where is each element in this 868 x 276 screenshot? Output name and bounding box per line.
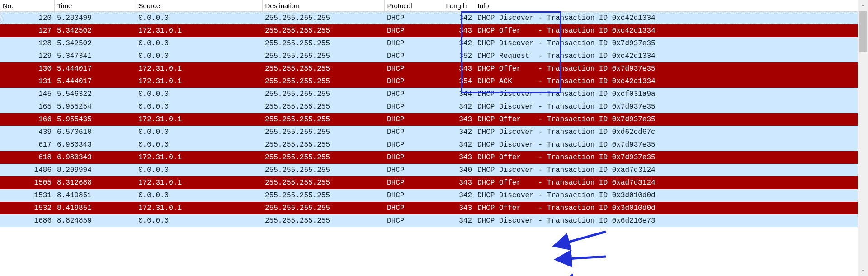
cell-info: DHCP Offer - Transaction ID 0x3d010d0d [475, 202, 858, 214]
col-header-no[interactable]: No. [0, 0, 54, 12]
cell-destination: 255.255.255.255 [262, 75, 384, 88]
cell-length: 342 [443, 126, 475, 138]
cell-time: 5.955254 [54, 100, 136, 113]
annotation-arrow [565, 232, 606, 243]
table-row[interactable]: 1285.3425020.0.0.0255.255.255.255DHCP342… [0, 37, 858, 50]
cell-protocol: DHCP [384, 88, 443, 100]
cell-protocol: DHCP [384, 50, 443, 62]
cell-protocol: DHCP [384, 75, 443, 88]
table-row[interactable]: 6176.9803430.0.0.0255.255.255.255DHCP342… [0, 138, 858, 151]
cell-destination: 255.255.255.255 [262, 189, 384, 202]
cell-no: 1686 [0, 214, 54, 227]
table-header-row[interactable]: No. Time Source Destination Protocol Len… [0, 0, 858, 12]
cell-time: 5.342502 [54, 24, 136, 37]
cell-length: 343 [443, 151, 475, 164]
cell-length: 343 [443, 113, 475, 126]
cell-destination: 255.255.255.255 [262, 214, 384, 227]
cell-info: DHCP Offer - Transaction ID 0xad7d3124 [475, 176, 858, 189]
cell-destination: 255.255.255.255 [262, 176, 384, 189]
cell-length: 342 [443, 189, 475, 202]
col-header-info[interactable]: Info [475, 0, 858, 12]
col-header-length[interactable]: Length [443, 0, 475, 12]
cell-info: DHCP ACK - Transaction ID 0xc42d1334 [475, 75, 858, 88]
cell-info: DHCP Offer - Transaction ID 0x7d937e35 [475, 113, 858, 126]
cell-info: DHCP Discover - Transaction ID 0x7d937e3… [475, 37, 858, 50]
cell-destination: 255.255.255.255 [262, 88, 384, 100]
cell-protocol: DHCP [384, 214, 443, 227]
table-row[interactable]: 15058.312688172.31.0.1255.255.255.255DHC… [0, 176, 858, 189]
cell-no: 617 [0, 138, 54, 151]
cell-protocol: DHCP [384, 138, 443, 151]
packet-list-table[interactable]: No. Time Source Destination Protocol Len… [0, 0, 858, 227]
cell-protocol: DHCP [384, 164, 443, 176]
cell-destination: 255.255.255.255 [262, 50, 384, 62]
cell-destination: 255.255.255.255 [262, 164, 384, 176]
cell-time: 5.955435 [54, 113, 136, 126]
cell-no: 127 [0, 24, 54, 37]
cell-source: 172.31.0.1 [136, 202, 262, 214]
cell-protocol: DHCP [384, 24, 443, 37]
table-row[interactable]: 6186.980343172.31.0.1255.255.255.255DHCP… [0, 151, 858, 164]
cell-source: 0.0.0.0 [136, 138, 262, 151]
cell-source: 0.0.0.0 [136, 126, 262, 138]
scroll-up-arrow-icon[interactable]: ▴ [858, 0, 868, 10]
cell-source: 0.0.0.0 [136, 12, 262, 25]
col-header-destination[interactable]: Destination [262, 0, 384, 12]
cell-length: 343 [443, 62, 475, 75]
cell-info: DHCP Offer - Transaction ID 0x7d937e35 [475, 62, 858, 75]
cell-source: 0.0.0.0 [136, 189, 262, 202]
table-row[interactable]: 1295.3473410.0.0.0255.255.255.255DHCP352… [0, 50, 858, 62]
table-row[interactable]: 1655.9552540.0.0.0255.255.255.255DHCP342… [0, 100, 858, 113]
cell-info: DHCP Discover - Transaction ID 0xad7d312… [475, 164, 858, 176]
cell-info: DHCP Discover - Transaction ID 0x3d010d0… [475, 189, 858, 202]
cell-protocol: DHCP [384, 151, 443, 164]
table-row[interactable]: 14868.2099940.0.0.0255.255.255.255DHCP34… [0, 164, 858, 176]
cell-info: DHCP Discover - Transaction ID 0x7d937e3… [475, 138, 858, 151]
cell-no: 131 [0, 75, 54, 88]
cell-source: 172.31.0.1 [136, 113, 262, 126]
cell-time: 5.546322 [54, 88, 136, 100]
cell-protocol: DHCP [384, 202, 443, 214]
cell-protocol: DHCP [384, 113, 443, 126]
table-row[interactable]: 1205.2834990.0.0.0255.255.255.255DHCP342… [0, 12, 858, 25]
cell-destination: 255.255.255.255 [262, 151, 384, 164]
cell-no: 1486 [0, 164, 54, 176]
cell-time: 6.980343 [54, 138, 136, 151]
cell-no: 130 [0, 62, 54, 75]
cell-time: 8.419851 [54, 202, 136, 214]
cell-time: 5.342502 [54, 37, 136, 50]
table-row[interactable]: 1305.444017172.31.0.1255.255.255.255DHCP… [0, 62, 858, 75]
cell-source: 172.31.0.1 [136, 24, 262, 37]
cell-protocol: DHCP [384, 37, 443, 50]
cell-source: 0.0.0.0 [136, 100, 262, 113]
table-row[interactable]: 1275.342502172.31.0.1255.255.255.255DHCP… [0, 24, 858, 37]
cell-length: 352 [443, 50, 475, 62]
cell-source: 0.0.0.0 [136, 214, 262, 227]
cell-length: 344 [443, 88, 475, 100]
cell-time: 8.209994 [54, 164, 136, 176]
cell-destination: 255.255.255.255 [262, 113, 384, 126]
col-header-time[interactable]: Time [54, 0, 136, 12]
col-header-protocol[interactable]: Protocol [384, 0, 443, 12]
cell-destination: 255.255.255.255 [262, 202, 384, 214]
table-row[interactable]: 1665.955435172.31.0.1255.255.255.255DHCP… [0, 113, 858, 126]
cell-no: 129 [0, 50, 54, 62]
cell-no: 145 [0, 88, 54, 100]
cell-info: DHCP Discover - Transaction ID 0xcf031a9… [475, 88, 858, 100]
vertical-scrollbar[interactable]: ▴ ▾ [858, 0, 868, 276]
cell-protocol: DHCP [384, 176, 443, 189]
table-row[interactable]: 15318.4198510.0.0.0255.255.255.255DHCP34… [0, 189, 858, 202]
table-row[interactable]: 4396.5706100.0.0.0255.255.255.255DHCP342… [0, 126, 858, 138]
cell-protocol: DHCP [384, 189, 443, 202]
cell-length: 340 [443, 164, 475, 176]
scroll-down-arrow-icon[interactable]: ▾ [858, 266, 868, 276]
cell-info: DHCP Discover - Transaction ID 0x7d937e3… [475, 100, 858, 113]
scrollbar-thumb[interactable] [859, 11, 867, 52]
table-row[interactable]: 15328.419851172.31.0.1255.255.255.255DHC… [0, 202, 858, 214]
cell-info: DHCP Discover - Transaction ID 0x6d210e7… [475, 214, 858, 227]
table-row[interactable]: 16868.8248590.0.0.0255.255.255.255DHCP34… [0, 214, 858, 227]
table-row[interactable]: 1315.444017172.31.0.1255.255.255.255DHCP… [0, 75, 858, 88]
col-header-source[interactable]: Source [136, 0, 262, 12]
table-row[interactable]: 1455.5463220.0.0.0255.255.255.255DHCP344… [0, 88, 858, 100]
cell-length: 342 [443, 100, 475, 113]
